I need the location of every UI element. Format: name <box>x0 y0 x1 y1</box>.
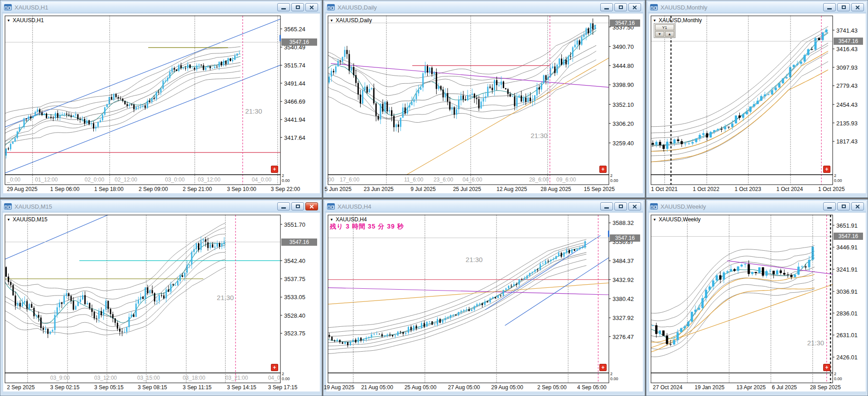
strip-scale-max: 2 <box>610 174 612 178</box>
session-time-label: 03_18:00 <box>183 375 205 381</box>
chart-symbol-label: ▼XAUUSD,Weekly <box>653 216 700 223</box>
countdown-time-label: 21:30 <box>530 132 548 139</box>
dropdown-triangle-icon[interactable]: ▼ <box>653 218 656 222</box>
price-axis-label: 2135.93 <box>836 120 858 127</box>
price-axis-label: 3306.20 <box>612 120 634 127</box>
price-axis-label: 1817.43 <box>836 138 858 145</box>
price-axis-label: 2779.43 <box>836 82 858 89</box>
price-axis-label: 3466.69 <box>284 98 305 105</box>
strip-scale-min: 0.00 <box>610 377 618 381</box>
dropdown-triangle-icon[interactable]: ▼ <box>7 19 10 23</box>
one-click-plus-button[interactable]: + <box>271 166 278 173</box>
strip-scale-max: 2 <box>282 174 284 178</box>
time-axis-label: 27 Oct 2024 <box>653 384 682 391</box>
price-axis-label: 3259.40 <box>612 140 634 147</box>
time-axis-label: 1 Oct 2024 <box>776 186 803 192</box>
price-axis-label: 3417.64 <box>284 134 305 141</box>
time-axis-label: 6 Jul 2025 <box>772 384 797 391</box>
one-click-plus-button[interactable]: + <box>271 364 278 371</box>
price-axis-label: 3444.80 <box>612 62 634 69</box>
session-time-label: 03_12:00 <box>198 177 221 183</box>
current-price-tag: 3547.16 <box>281 38 317 46</box>
session-time-label: 04_0 <box>268 375 280 381</box>
price-axis-label: 3542.40 <box>284 258 305 264</box>
chart-symbol-text: XAUUSD,H4 <box>336 216 367 223</box>
y1-button[interactable]: Y1 <box>655 24 674 30</box>
price-axis-label: 3551.70 <box>284 221 305 228</box>
time-axis-label: 3 Sep 14:15 <box>227 384 256 391</box>
price-axis-label: 2836.01 <box>836 310 858 317</box>
candle-remaining-time-text: 残り 3 時間 35 分 39 秒 <box>330 223 404 231</box>
mt4-workspace: { "app": {"name": "MetaTrader chart work… <box>0 0 868 396</box>
strip-scale-min: 0.00 <box>282 179 290 183</box>
time-axis-label: 3 Sep 11:15 <box>183 384 212 391</box>
time-axis-label: 1 Oct 2023 <box>734 186 761 192</box>
time-axis-label: 3 Sep 17:15 <box>268 384 298 391</box>
time-axis-label: 1 Oct 2021 <box>651 186 678 192</box>
time-axis-label: 3 Sep 08:15 <box>138 384 167 391</box>
time-axis-label: 29 Aug 2025 <box>7 186 37 192</box>
one-click-plus-button[interactable]: + <box>599 364 607 371</box>
dropdown-triangle-icon[interactable]: ▼ <box>7 218 10 222</box>
price-axis-label: 3441.94 <box>284 116 305 123</box>
session-time-label: 03_21:00 <box>225 375 248 381</box>
arrow-up-button[interactable]: ▲ <box>665 31 674 37</box>
current-price-tag: 3547.16 <box>834 233 863 240</box>
chart-symbol-text: XAUUSD,Daily <box>336 17 372 24</box>
chart-plot-monthly[interactable] <box>646 0 868 198</box>
price-axis-label: 3491.44 <box>284 80 305 87</box>
session-time-label: 02_0:00 <box>85 177 104 183</box>
session-time-label: _0:00 <box>7 177 20 183</box>
price-axis-label: 3097.93 <box>836 64 858 71</box>
time-axis-label: 1 Sep 06:00 <box>50 186 80 192</box>
price-axis-label: 3537.75 <box>284 276 305 282</box>
dropdown-triangle-icon[interactable]: ▼ <box>330 19 333 23</box>
dropdown-triangle-icon[interactable]: ▼ <box>653 19 656 23</box>
price-axis-label: 3741.43 <box>836 27 858 34</box>
time-axis-label: 1 Sep 18:00 <box>94 186 124 192</box>
price-axis-label: 3490.70 <box>612 43 634 50</box>
time-axis-label: 3 Sep 22:00 <box>271 186 300 192</box>
strip-scale-max: 2 <box>610 372 612 376</box>
chart-symbol-label: ▼XAUUSD,H1 <box>7 17 44 24</box>
one-click-plus-button[interactable]: + <box>599 166 607 173</box>
price-axis-label: 3241.91 <box>836 266 858 273</box>
price-axis-label: 3565.24 <box>284 26 305 33</box>
chart-window-daily: XAUUSD,Daily ▼XAUUSD,Daily3537.503490.70… <box>323 0 645 198</box>
y1-indicator-widget: Y1▼▲ <box>654 23 675 38</box>
time-axis-label: 2 Sep 2025 <box>7 384 34 391</box>
price-axis-label: 3484.37 <box>612 258 634 264</box>
dropdown-triangle-icon[interactable]: ▼ <box>330 218 333 222</box>
session-time-label: 04_6:00 <box>463 177 482 183</box>
price-axis-label: 3036.91 <box>836 288 858 295</box>
time-axis-label: 28 Aug 2025 <box>540 186 571 192</box>
session-time-label: 03_9:00 <box>50 375 70 381</box>
strip-scale-max: 2 <box>282 372 284 376</box>
one-click-plus-button[interactable]: + <box>823 166 830 173</box>
chart-symbol-text: XAUUSD,H1 <box>13 17 44 24</box>
price-axis-label: 3523.75 <box>284 330 305 337</box>
chart-plot-weekly[interactable] <box>646 200 868 396</box>
current-price-tag: 3547.16 <box>610 19 640 27</box>
time-axis-label: 12 Aug 2025 <box>497 186 527 192</box>
price-axis-label: 3380.42 <box>612 296 634 302</box>
countdown-time-label: 21:30 <box>466 256 483 263</box>
chart-symbol-label: ▼XAUUSD,H4 <box>330 216 367 223</box>
time-axis-label: 13 Apr 2025 <box>736 384 766 391</box>
strip-scale-min: 0.00 <box>834 377 842 381</box>
time-axis-label: 19 Jan 2025 <box>694 384 724 391</box>
arrow-down-button[interactable]: ▼ <box>655 31 664 37</box>
time-axis-label: 28 Sep 2025 <box>810 384 841 391</box>
session-time-label: 09_6:00 <box>556 177 576 183</box>
price-axis-label: 3533.05 <box>284 294 305 301</box>
chart-symbol-label: ▼XAUUSD,M15 <box>7 216 48 223</box>
time-axis-label: 19 Aug 2025 <box>324 384 354 391</box>
time-axis-label: 3 Sep 10:00 <box>227 186 256 192</box>
strip-scale-max: 2 <box>834 174 836 178</box>
chart-plot-daily[interactable] <box>323 0 646 198</box>
one-click-plus-button[interactable]: + <box>823 364 830 371</box>
chart-window-h1: XAUUSD,H1 ▼XAUUSD,H13565.243540.493515.7… <box>0 0 322 198</box>
time-axis-label: 15 Sep 2025 <box>584 186 615 192</box>
price-axis-label: 3446.91 <box>836 244 858 251</box>
chart-window-monthly: XAUUSD,Monthly ▼XAUUSD,Monthly3741.43341… <box>646 0 868 198</box>
